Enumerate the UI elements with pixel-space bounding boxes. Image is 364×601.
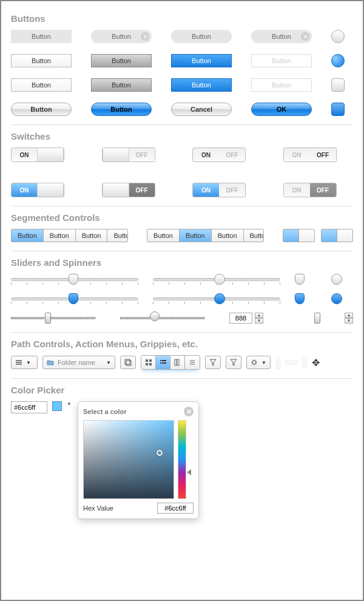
segment[interactable] bbox=[283, 229, 299, 242]
button-round-grey[interactable] bbox=[331, 30, 345, 43]
color-swatch[interactable] bbox=[52, 401, 62, 411]
button-flat-pill[interactable]: Button bbox=[171, 30, 232, 43]
switch-handle bbox=[103, 183, 129, 197]
segment[interactable]: Button bbox=[244, 229, 265, 242]
button-round-blue[interactable] bbox=[331, 54, 345, 67]
color-cursor[interactable] bbox=[157, 450, 163, 456]
grippy-vertical-2[interactable] bbox=[302, 356, 307, 369]
menu-dropdown[interactable]: ▼ bbox=[11, 356, 38, 369]
switch-off-1[interactable]: OFF bbox=[102, 148, 155, 162]
segment[interactable] bbox=[337, 229, 352, 242]
segment[interactable] bbox=[299, 229, 314, 242]
switch-on-labeled-1[interactable]: ONOFF bbox=[192, 148, 246, 162]
button-square-grey[interactable] bbox=[331, 78, 345, 92]
spinner-up[interactable]: ▲ bbox=[255, 313, 263, 318]
chevron-down-icon[interactable]: ▼ bbox=[67, 401, 73, 407]
color-hex-input[interactable] bbox=[11, 401, 47, 413]
hue-indicator-icon[interactable] bbox=[187, 469, 191, 475]
segment[interactable]: Button bbox=[212, 229, 244, 242]
button-square-blue[interactable] bbox=[331, 103, 345, 116]
close-icon[interactable]: ✕ bbox=[141, 32, 149, 41]
button-blue[interactable]: Button bbox=[171, 54, 232, 67]
button-outline-dark-2[interactable]: Button bbox=[91, 78, 152, 92]
slider-thumb[interactable] bbox=[69, 274, 78, 285]
copy-button[interactable] bbox=[120, 356, 136, 369]
spinner-up[interactable]: ▲ bbox=[345, 313, 353, 318]
view-coverflow[interactable] bbox=[185, 356, 200, 369]
section-title-switches: Switches bbox=[11, 131, 353, 141]
switch-off-dark[interactable]: OFF bbox=[102, 183, 155, 197]
segment[interactable]: Button bbox=[44, 229, 76, 242]
segment[interactable]: Button bbox=[107, 229, 128, 242]
button-glossy[interactable]: Button bbox=[11, 103, 72, 116]
slider-thumb[interactable] bbox=[214, 274, 225, 285]
slider-blue-round[interactable] bbox=[153, 293, 280, 304]
grippy-horizontal[interactable] bbox=[285, 360, 297, 365]
slider-thumb[interactable] bbox=[150, 311, 160, 321]
switch-off-label: OFF bbox=[219, 148, 245, 161]
cancel-button[interactable]: Cancel bbox=[171, 103, 232, 116]
segment[interactable]: Button bbox=[76, 229, 108, 242]
chevron-down-icon: ▼ bbox=[26, 360, 31, 365]
filter-button-2[interactable] bbox=[226, 356, 241, 369]
close-icon[interactable]: ✕ bbox=[301, 32, 309, 41]
view-columns[interactable] bbox=[170, 356, 185, 369]
ok-button[interactable]: OK bbox=[251, 103, 312, 116]
switch-off-labeled-1[interactable]: ONOFF bbox=[283, 148, 337, 162]
switch-off-grey-labeled[interactable]: ONOFF bbox=[283, 183, 337, 197]
slider-grey-round[interactable] bbox=[153, 274, 280, 285]
close-button[interactable]: ✕ bbox=[184, 407, 194, 416]
slider-thumb[interactable] bbox=[69, 293, 78, 304]
hex-value-input[interactable] bbox=[157, 503, 194, 514]
switch-off-label: OFF bbox=[129, 148, 155, 161]
segment[interactable]: Button bbox=[147, 229, 180, 242]
spinner-input[interactable] bbox=[229, 313, 252, 324]
slider-blue-pointer[interactable] bbox=[11, 293, 138, 304]
button-flat[interactable]: Button bbox=[11, 30, 72, 43]
button-flat-pill-close-2[interactable]: Button✕ bbox=[251, 30, 312, 43]
color-picker-title: Select a color bbox=[83, 408, 127, 415]
button-outline-dark[interactable]: Button bbox=[91, 54, 152, 67]
button-blue-2[interactable]: Button bbox=[171, 78, 232, 92]
svg-rect-4 bbox=[146, 363, 148, 365]
color-hue-slider[interactable] bbox=[178, 420, 186, 499]
mini-slider-2[interactable] bbox=[120, 315, 205, 321]
button-label: Button bbox=[32, 81, 51, 89]
segmented-control-2: Button Button Button Button bbox=[147, 229, 264, 242]
gear-dropdown[interactable]: ▼ bbox=[246, 356, 271, 369]
slider-thumb[interactable] bbox=[45, 313, 51, 324]
switch-on-1[interactable]: ON bbox=[11, 148, 64, 162]
spinner-down[interactable]: ▼ bbox=[255, 318, 263, 324]
segment[interactable] bbox=[322, 229, 337, 242]
button-label: Button bbox=[272, 81, 291, 89]
button-outline[interactable]: Button bbox=[11, 54, 72, 67]
spinner-down[interactable]: ▼ bbox=[345, 318, 353, 324]
segment[interactable]: Button bbox=[12, 229, 44, 242]
button-outline-2[interactable]: Button bbox=[11, 78, 72, 92]
button-flat-pill-close[interactable]: Button✕ bbox=[91, 30, 152, 43]
view-grid[interactable] bbox=[141, 356, 156, 369]
view-list[interactable] bbox=[156, 356, 170, 369]
button-label: Cancel bbox=[190, 106, 212, 113]
spinner-buttons: ▲ ▼ bbox=[255, 313, 263, 324]
switch-on-blue[interactable]: ON bbox=[11, 183, 64, 197]
switch-handle bbox=[37, 148, 64, 161]
folder-icon bbox=[47, 359, 54, 366]
filter-button[interactable] bbox=[205, 356, 221, 369]
grippy-vertical[interactable] bbox=[275, 356, 280, 368]
segmented-control-1: Button Button Button Button bbox=[11, 229, 128, 242]
segment[interactable]: Button bbox=[180, 229, 212, 242]
slider-thumb[interactable] bbox=[214, 293, 225, 304]
section-title-segmented: Segmented Controls bbox=[11, 212, 353, 223]
button-label: Button bbox=[110, 106, 132, 113]
button-label: Button bbox=[32, 57, 51, 64]
svg-rect-5 bbox=[149, 363, 152, 365]
funnel-icon bbox=[230, 359, 237, 366]
folder-dropdown[interactable]: Folder name ▼ bbox=[42, 356, 115, 369]
button-label: Button bbox=[30, 106, 52, 113]
slider-grey-pointer[interactable] bbox=[11, 274, 138, 285]
mini-slider-1[interactable] bbox=[11, 315, 96, 321]
switch-on-blue-labeled[interactable]: ONOFF bbox=[192, 183, 246, 197]
color-saturation-field[interactable] bbox=[83, 420, 174, 499]
button-glossy-blue[interactable]: Button bbox=[91, 103, 152, 116]
